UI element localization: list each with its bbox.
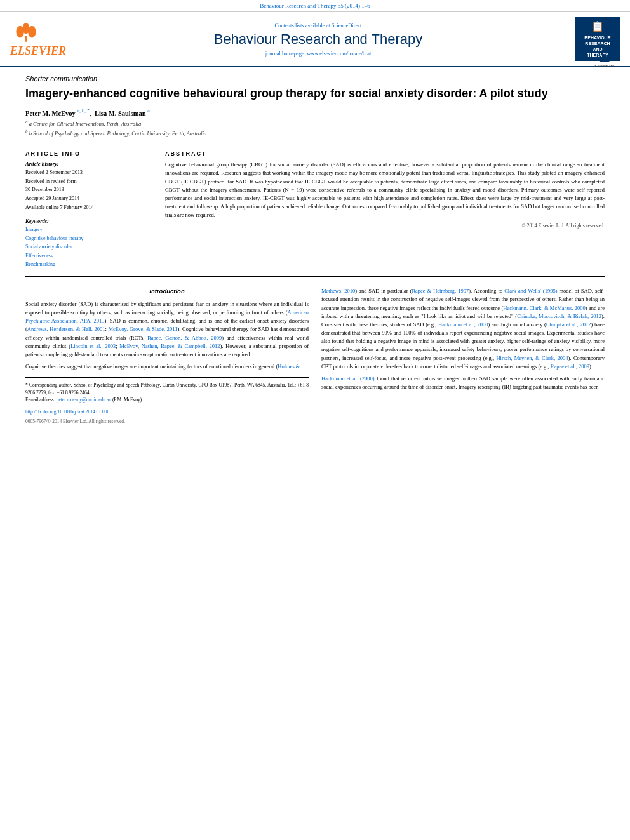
abstract-col: ABSTRACT Cognitive behavioural group the… bbox=[165, 150, 605, 269]
intro-col2-para2: Hackmann et al. (2000) found that recurr… bbox=[321, 375, 605, 391]
journal-homepage: journal homepage: www.elsevier.com/locat… bbox=[61, 50, 575, 57]
article-title: Imagery-enhanced cognitive behavioural g… bbox=[25, 86, 605, 101]
journal-logo-right: 📋 BEHAVIOURRESEARCHANDTHERAPY bbox=[575, 17, 620, 61]
ref-andrews-2001[interactable]: Andrews, Henderson, & Hall, 2001 bbox=[27, 326, 105, 332]
body-divider bbox=[25, 276, 605, 277]
author-2-sup: a bbox=[147, 108, 150, 114]
footnote-section: * Corresponding author. School of Psycho… bbox=[25, 377, 309, 425]
received-date: Received 2 September 2013 bbox=[25, 168, 142, 177]
journal-citation-bar: Behaviour Research and Therapy 55 (2014)… bbox=[0, 0, 630, 12]
keyword-benchmarking[interactable]: Benchmarking bbox=[25, 260, 142, 269]
ref-rapee-2009[interactable]: Rapee, Gaston, & Abbott, 2009 bbox=[147, 335, 222, 341]
email-line: E-mail address: peter.mcevoy@curtin.edu.… bbox=[25, 396, 309, 403]
corresponding-author-note: * Corresponding author. School of Psycho… bbox=[25, 382, 309, 396]
two-col-body: Introduction Social anxiety disorder (SA… bbox=[25, 287, 605, 425]
affiliation-a: a a Centre for Clinical Interventions, P… bbox=[25, 119, 605, 128]
svg-rect-0 bbox=[25, 36, 27, 41]
journal-title: Behaviour Research and Therapy bbox=[61, 31, 575, 48]
article-content: ✓ CrossMark Shorter communication Imager… bbox=[0, 67, 630, 432]
sciencedirect-link: Contents lists available at ScienceDirec… bbox=[61, 22, 575, 29]
history-label: Article history: bbox=[25, 161, 142, 167]
body-col-right: Mathews, 2010) and SAD in particular (Ra… bbox=[321, 287, 605, 425]
affiliation-b: b b School of Psychology and Speech Path… bbox=[25, 128, 605, 138]
ref-mcevoy-2012[interactable]: McEvoy, Nathan, Rapee, & Campbell, 2012 bbox=[119, 343, 220, 349]
received-revised-label: Received in revised form bbox=[25, 177, 142, 186]
svg-point-3 bbox=[28, 25, 36, 37]
issn-line: 0005-7967/© 2014 Elsevier Ltd. All right… bbox=[25, 418, 309, 425]
ref-clark-wells-1995[interactable]: Clark and Wells' (1995) bbox=[504, 288, 557, 294]
keyword-sad[interactable]: Social anxiety disorder bbox=[25, 243, 142, 251]
article-history-dates: Received 2 September 2013 Received in re… bbox=[25, 168, 142, 211]
keyword-imagery[interactable]: Imagery bbox=[25, 225, 142, 234]
intro-para-2: Cognitive theories suggest that negative… bbox=[25, 363, 309, 371]
elsevier-logo: ELSEVIER bbox=[10, 21, 61, 58]
article-info-col-title: ARTICLE INFO bbox=[25, 150, 142, 157]
ref-chiupka-2012[interactable]: Chiupka, Moscovitch, & Bielak, 2012 bbox=[517, 313, 601, 319]
crossmark-label: CrossMark bbox=[592, 63, 617, 69]
journal-header: ELSEVIER Contents lists available at Sci… bbox=[0, 12, 630, 67]
affiliations: a a Centre for Clinical Interventions, P… bbox=[25, 119, 605, 137]
info-abstract-section: ARTICLE INFO Article history: Received 2… bbox=[25, 150, 605, 269]
author-email[interactable]: peter.mcevoy@curtin.edu.au bbox=[57, 397, 111, 403]
author-2-name: Lisa M. Saulsman bbox=[95, 109, 146, 116]
keyword-effectiveness[interactable]: Effectiveness bbox=[25, 251, 142, 260]
ref-rapee-et-al-2009[interactable]: Rapee et al., 2009 bbox=[551, 363, 589, 370]
keywords-list: Imagery Cognitive behaviour therapy Soci… bbox=[25, 225, 142, 269]
doi-line[interactable]: http://dx.doi.org/10.1016/j.brat.2014.01… bbox=[25, 408, 309, 415]
accepted-date: Accepted 29 January 2014 bbox=[25, 194, 142, 203]
homepage-url[interactable]: www.elsevier.com/locate/brat bbox=[307, 50, 371, 57]
intro-col2-para1: Mathews, 2010) and SAD in particular (Ra… bbox=[321, 287, 605, 371]
ref-hackmann-et-al-2000-b[interactable]: Hackmann et al. (2000) bbox=[321, 375, 375, 382]
ref-chiupka-et-al-2012[interactable]: Chiupka et al., 2012 bbox=[546, 321, 591, 328]
elsevier-wordmark: ELSEVIER bbox=[10, 44, 61, 58]
article-divider bbox=[25, 145, 605, 145]
journal-header-center: Contents lists available at ScienceDirec… bbox=[61, 22, 575, 57]
article-type: Shorter communication bbox=[25, 75, 605, 83]
article-info-col: ARTICLE INFO Article history: Received 2… bbox=[25, 150, 152, 269]
ref-rapee-heimberg-1997[interactable]: Rapee & Heimberg, 1997 bbox=[412, 288, 469, 294]
intro-para-1: Social anxiety disorder (SAD) is charact… bbox=[25, 300, 309, 359]
received-revised-date: 30 December 2013 bbox=[25, 185, 142, 194]
ref-holmes[interactable]: Holmes & bbox=[278, 363, 300, 370]
ref-mcevoy-2011[interactable]: McEvoy, Grove, & Slade, 2011 bbox=[108, 326, 177, 332]
author-1-name: Peter M. McEvoy bbox=[25, 109, 76, 116]
available-date: Available online 7 February 2014 bbox=[25, 203, 142, 212]
abstract-text: Cognitive behavioural group therapy (CBG… bbox=[165, 161, 605, 219]
ref-mathews-2010[interactable]: Mathews, 2010 bbox=[321, 288, 355, 294]
sciencedirect-text[interactable]: ScienceDirect bbox=[332, 22, 362, 29]
ref-hackmann-2000[interactable]: Hackmann, Clark, & McManus, 2000 bbox=[503, 305, 586, 311]
introduction-heading: Introduction bbox=[25, 287, 309, 297]
keywords-label: Keywords: bbox=[25, 218, 142, 224]
abstract-copyright: © 2014 Elsevier Ltd. All rights reserved… bbox=[165, 223, 605, 229]
body-col-left: Introduction Social anxiety disorder (SA… bbox=[25, 287, 309, 425]
authors-line: Peter M. McEvoy a, b, *, Lisa M. Saulsma… bbox=[25, 108, 605, 117]
ref-apa-2013[interactable]: American Psychiatric Association, APA, 2… bbox=[25, 309, 309, 324]
brat-logo-icon: 📋 bbox=[579, 20, 617, 34]
abstract-col-title: ABSTRACT bbox=[165, 150, 605, 157]
journal-citation-text: Behaviour Research and Therapy 55 (2014)… bbox=[260, 3, 370, 9]
ref-lincoln-2003[interactable]: Lincoln et al., 2003 bbox=[70, 343, 116, 349]
ref-hirsch-2004[interactable]: Hirsch, Meynen, & Clark, 2004 bbox=[496, 355, 568, 361]
keyword-cbt[interactable]: Cognitive behaviour therapy bbox=[25, 234, 142, 243]
body-section: Introduction Social anxiety disorder (SA… bbox=[25, 287, 605, 425]
ref-hackmann-et-al-2000[interactable]: Hackmann et al., 2000 bbox=[438, 321, 488, 328]
author-1-sup: a, b, * bbox=[77, 108, 90, 114]
